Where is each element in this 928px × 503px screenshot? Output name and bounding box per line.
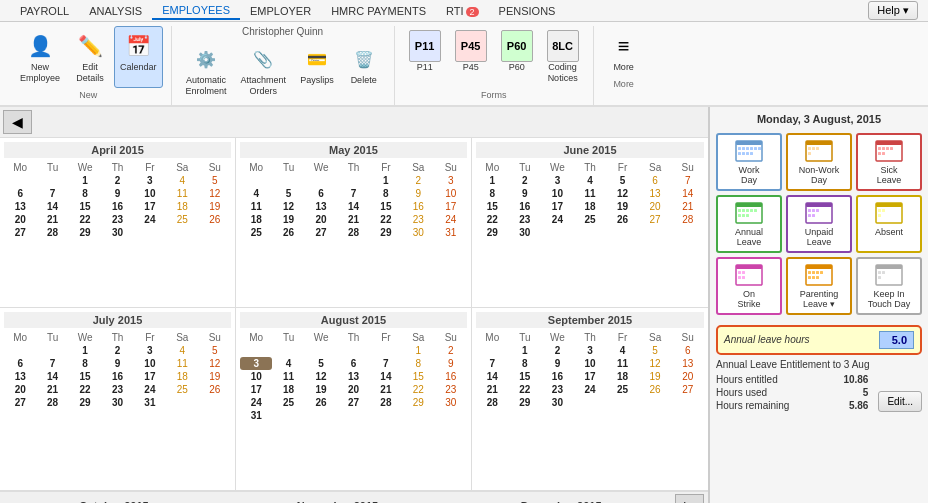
table-cell[interactable]: 14 <box>337 200 369 213</box>
table-cell[interactable]: 16 <box>541 370 574 383</box>
table-cell[interactable]: 28 <box>36 226 68 239</box>
table-cell[interactable]: 3 <box>574 344 607 357</box>
table-cell[interactable] <box>337 409 369 422</box>
table-cell[interactable]: 5 <box>639 344 672 357</box>
table-cell[interactable] <box>574 226 607 239</box>
table-cell[interactable]: 24 <box>435 213 467 226</box>
p60-button[interactable]: P60 P60 <box>495 26 539 88</box>
table-cell[interactable]: 27 <box>639 213 672 226</box>
table-cell[interactable]: 2 <box>435 344 467 357</box>
table-cell[interactable]: 4 <box>574 174 607 187</box>
on-strike-button[interactable]: OnStrike <box>716 257 782 315</box>
annual-leave-hours-value[interactable]: 5.0 <box>879 331 914 349</box>
table-cell[interactable]: 31 <box>240 409 272 422</box>
table-cell[interactable]: 29 <box>370 226 402 239</box>
table-cell[interactable] <box>541 226 574 239</box>
table-cell[interactable]: 15 <box>509 370 542 383</box>
table-cell[interactable]: 13 <box>4 370 36 383</box>
menu-payroll[interactable]: PAYROLL <box>10 3 79 19</box>
table-cell[interactable]: 24 <box>541 213 574 226</box>
table-cell[interactable]: 9 <box>435 357 467 370</box>
table-cell[interactable] <box>272 409 304 422</box>
table-cell[interactable]: 26 <box>639 383 672 396</box>
table-cell[interactable]: 14 <box>36 370 68 383</box>
table-cell[interactable]: 30 <box>435 396 467 409</box>
work-day-button[interactable]: WorkDay <box>716 133 782 191</box>
coding-notices-button[interactable]: 8LC CodingNotices <box>541 26 585 88</box>
table-cell[interactable] <box>272 174 304 187</box>
parenting-leave-button[interactable]: ParentingLeave ▾ <box>786 257 852 315</box>
table-cell[interactable] <box>305 174 337 187</box>
today-cell[interactable]: 3 <box>240 357 272 370</box>
table-cell[interactable]: 3 <box>134 174 166 187</box>
help-button[interactable]: Help ▾ <box>868 1 918 20</box>
table-cell[interactable]: 1 <box>69 174 101 187</box>
table-cell[interactable]: 15 <box>402 370 434 383</box>
table-cell[interactable]: 7 <box>671 174 704 187</box>
table-cell[interactable]: 20 <box>639 200 672 213</box>
table-cell[interactable]: 27 <box>337 396 369 409</box>
table-cell[interactable]: 10 <box>574 357 607 370</box>
table-cell[interactable]: 5 <box>606 174 639 187</box>
table-cell[interactable] <box>199 226 231 239</box>
table-cell[interactable]: 7 <box>36 357 68 370</box>
table-cell[interactable]: 27 <box>305 226 337 239</box>
table-cell[interactable]: 4 <box>240 187 272 200</box>
table-cell[interactable]: 29 <box>509 396 542 409</box>
table-cell[interactable]: 25 <box>272 396 304 409</box>
table-cell[interactable] <box>639 396 672 409</box>
more-button[interactable]: ≡ More <box>602 26 646 77</box>
table-cell[interactable]: 13 <box>671 357 704 370</box>
table-cell[interactable]: 12 <box>305 370 337 383</box>
table-cell[interactable]: 18 <box>574 200 607 213</box>
menu-rti[interactable]: RTI2 <box>436 3 489 19</box>
edit-details-button[interactable]: ✏️ EditDetails <box>68 26 112 88</box>
table-cell[interactable]: 13 <box>337 370 369 383</box>
non-work-day-button[interactable]: Non-WorkDay <box>786 133 852 191</box>
table-cell[interactable]: 14 <box>36 200 68 213</box>
table-cell[interactable]: 27 <box>4 226 36 239</box>
table-cell[interactable]: 5 <box>305 357 337 370</box>
table-cell[interactable] <box>606 226 639 239</box>
table-cell[interactable]: 11 <box>272 370 304 383</box>
table-cell[interactable]: 17 <box>435 200 467 213</box>
table-cell[interactable]: 18 <box>606 370 639 383</box>
table-cell[interactable]: 11 <box>166 187 198 200</box>
table-cell[interactable]: 30 <box>402 226 434 239</box>
table-cell[interactable]: 24 <box>574 383 607 396</box>
table-cell[interactable]: 30 <box>509 226 542 239</box>
table-cell[interactable]: 29 <box>69 226 101 239</box>
table-cell[interactable]: 21 <box>370 383 402 396</box>
table-cell[interactable]: 2 <box>402 174 434 187</box>
table-cell[interactable]: 3 <box>134 344 166 357</box>
table-cell[interactable]: 8 <box>370 187 402 200</box>
table-cell[interactable]: 1 <box>509 344 542 357</box>
table-cell[interactable]: 17 <box>574 370 607 383</box>
table-cell[interactable]: 16 <box>402 200 434 213</box>
table-cell[interactable]: 13 <box>305 200 337 213</box>
table-cell[interactable] <box>4 174 36 187</box>
sick-leave-button[interactable]: SickLeave <box>856 133 922 191</box>
table-cell[interactable]: 3 <box>435 174 467 187</box>
table-cell[interactable] <box>166 396 198 409</box>
table-cell[interactable]: 20 <box>337 383 369 396</box>
table-cell[interactable]: 11 <box>606 357 639 370</box>
table-cell[interactable] <box>639 226 672 239</box>
table-cell[interactable]: 6 <box>305 187 337 200</box>
table-cell[interactable]: 28 <box>476 396 509 409</box>
table-cell[interactable]: 15 <box>69 200 101 213</box>
table-cell[interactable]: 24 <box>134 213 166 226</box>
table-cell[interactable]: 25 <box>574 213 607 226</box>
table-cell[interactable]: 26 <box>199 383 231 396</box>
table-cell[interactable]: 18 <box>166 370 198 383</box>
table-cell[interactable]: 17 <box>134 370 166 383</box>
table-cell[interactable]: 20 <box>4 383 36 396</box>
table-cell[interactable]: 23 <box>402 213 434 226</box>
table-cell[interactable]: 19 <box>199 370 231 383</box>
table-cell[interactable]: 9 <box>101 357 133 370</box>
table-cell[interactable]: 13 <box>4 200 36 213</box>
menu-pensions[interactable]: PENSIONS <box>489 3 566 19</box>
table-cell[interactable] <box>240 174 272 187</box>
table-cell[interactable]: 19 <box>272 213 304 226</box>
table-cell[interactable] <box>4 344 36 357</box>
